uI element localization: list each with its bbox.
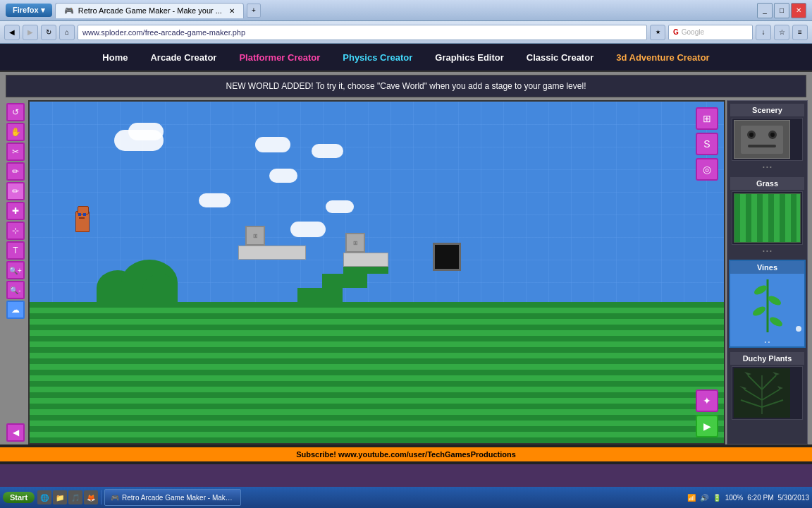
tool-hand[interactable]: ✋ (6, 123, 25, 141)
reload-button[interactable]: ↻ (41, 25, 56, 40)
grass-dots: • • • (730, 246, 804, 255)
back-nav-button[interactable]: ◀ (4, 25, 20, 40)
tool-zoom-in[interactable]: 🔍+ (6, 261, 25, 279)
vines-svg (739, 276, 796, 336)
cloud-2 (255, 137, 290, 152)
bush-3 (142, 274, 178, 306)
taskbar: Start 🌐 📁 🎵 🦊 🎮 Retro Arcade Game Maker … (0, 487, 812, 508)
tool-select[interactable]: ⊹ (6, 222, 25, 240)
tool-pencil[interactable]: ✏ (6, 162, 25, 181)
step-1 (297, 288, 343, 302)
game-play-button[interactable]: ◎ (696, 158, 718, 181)
search-engine-icon: G (673, 28, 679, 36)
vines-image (730, 274, 804, 337)
taskbar-firefox-item[interactable]: 🎮 Retro Arcade Game Maker - Make your ..… (104, 489, 241, 506)
svg-point-4 (749, 133, 753, 137)
window-controls: _ □ ✕ (757, 3, 806, 18)
close-button[interactable]: ✕ (791, 3, 806, 18)
tray-battery-icon: 🔋 (713, 494, 721, 502)
nav-physics[interactable]: Physics Creator (331, 47, 424, 68)
start-button[interactable]: Start (3, 492, 35, 503)
banner-text: NEW WORLD ADDED! To try it, choose "Cave… (226, 81, 586, 91)
terrain-main (30, 302, 724, 443)
tool-text[interactable]: T (6, 241, 25, 260)
scenery-svg (737, 122, 787, 157)
grass-title: Grass (730, 177, 804, 190)
game-grid-button[interactable]: ⊞ (696, 107, 718, 130)
settings-pink-button[interactable]: ✦ (696, 389, 718, 412)
tool-clouds[interactable]: ☁ (6, 301, 25, 319)
tray-sound-icon: 🔊 (700, 494, 708, 502)
cloud-4 (312, 144, 343, 158)
tab-close-icon[interactable]: ✕ (229, 7, 235, 15)
new-tab-button[interactable]: + (247, 4, 261, 18)
crate-2: ⊞ (345, 233, 365, 253)
tool-rotate[interactable]: ↺ (6, 103, 25, 121)
vines-title: Vines (730, 261, 804, 274)
duchy-item[interactable] (732, 366, 803, 420)
game-canvas[interactable]: ⊞ ⊞ ⊞ S ◎ ✦ ▶ (28, 100, 725, 445)
nav-arcade[interactable]: Arcade Creator (139, 47, 228, 68)
nav-graphics[interactable]: Graphics Editor (424, 47, 515, 68)
taskbar-firefox-icon[interactable]: 🦊 (84, 490, 98, 504)
forward-nav-button[interactable]: ▶ (23, 25, 38, 40)
tool-cross[interactable]: ✚ (6, 202, 25, 220)
menu-button[interactable]: ≡ (792, 25, 808, 40)
home-nav-button[interactable]: ⌂ (59, 25, 75, 40)
grass-image (734, 193, 801, 243)
browser-toolbar: ◀ ▶ ↻ ⌂ www.sploder.com/free-arcade-game… (0, 21, 812, 44)
scenery-title: Scenery (730, 104, 804, 116)
minimize-button[interactable]: _ (757, 3, 773, 18)
cursor-indicator (796, 326, 801, 332)
downloads-button[interactable]: ↓ (756, 25, 771, 40)
tab-title: Retro Arcade Game Maker - Make your ... (78, 6, 222, 15)
bookmarks-button[interactable]: ☆ (774, 25, 789, 40)
address-bar[interactable]: www.sploder.com/free-arcade-game-maker.p… (78, 25, 647, 40)
duchy-title: Duchy Plants (730, 352, 804, 365)
character (75, 211, 90, 232)
nav-classic[interactable]: Classic Creator (515, 47, 605, 68)
announcement-banner: NEW WORLD ADDED! To try it, choose "Cave… (6, 75, 806, 97)
game-settings-button[interactable]: S (696, 133, 718, 155)
step-2 (322, 274, 367, 288)
play-green-button[interactable]: ▶ (696, 415, 718, 437)
tool-pencil2[interactable]: ✏ (6, 182, 25, 200)
grass-section: Grass • • • (727, 174, 807, 258)
active-tile (433, 243, 461, 271)
nav-home[interactable]: Home (91, 47, 139, 68)
duchy-section: Duchy Plants (727, 349, 807, 424)
maximize-button[interactable]: □ (774, 3, 789, 18)
subscribe-text: Subscribe! www.youtube.com/user/TechGame… (296, 450, 516, 459)
svg-point-5 (770, 133, 775, 137)
scenery-image (734, 120, 790, 159)
status-bar: Subscribe! www.youtube.com/user/TechGame… (0, 445, 812, 464)
tool-scissors[interactable]: ✂ (6, 143, 25, 161)
nav-platformer[interactable]: Platformer Creator (228, 47, 331, 68)
site-navigation: Home Arcade Creator Platformer Creator P… (0, 44, 812, 72)
taskbar-ie-icon[interactable]: 🌐 (37, 490, 51, 504)
battery-percent: 100% (725, 494, 744, 502)
taskbar-folder-icon[interactable]: 📁 (53, 490, 67, 504)
search-bar[interactable]: G Google (668, 25, 753, 40)
tool-back[interactable]: ◀ (6, 423, 25, 442)
vines-section[interactable]: Vines • • (729, 260, 806, 348)
cloud-3 (269, 169, 297, 183)
browser-tab[interactable]: 🎮 Retro Arcade Game Maker - Make your ..… (55, 3, 244, 18)
scenery-section: Scenery (727, 101, 807, 174)
tool-zoom-out[interactable]: 🔍- (6, 281, 25, 299)
scenery-item[interactable] (732, 118, 803, 161)
subscribe-banner: Subscribe! www.youtube.com/user/TechGame… (0, 447, 812, 461)
main-area: ↺ ✋ ✂ ✏ ✏ ✚ ⊹ T 🔍+ 🔍- ☁ ◀ (0, 100, 812, 445)
grass-item[interactable] (732, 191, 803, 245)
left-toolbar: ↺ ✋ ✂ ✏ ✏ ✚ ⊹ T 🔍+ 🔍- ☁ ◀ (4, 100, 27, 445)
crate-1: ⊞ (245, 226, 265, 246)
tray-date: 5/30/2013 (778, 494, 810, 502)
nav-3d[interactable]: 3d Adventure Creator (605, 47, 720, 68)
firefox-button[interactable]: Firefox ▾ (6, 4, 52, 17)
platform-1 (238, 246, 306, 260)
duchy-svg (734, 368, 790, 418)
taskbar-item-label: Retro Arcade Game Maker - Make your ... (122, 494, 235, 502)
bookmark-button[interactable]: ★ (650, 25, 665, 40)
website: Home Arcade Creator Platformer Creator P… (0, 44, 812, 445)
taskbar-media-icon[interactable]: 🎵 (68, 490, 82, 504)
